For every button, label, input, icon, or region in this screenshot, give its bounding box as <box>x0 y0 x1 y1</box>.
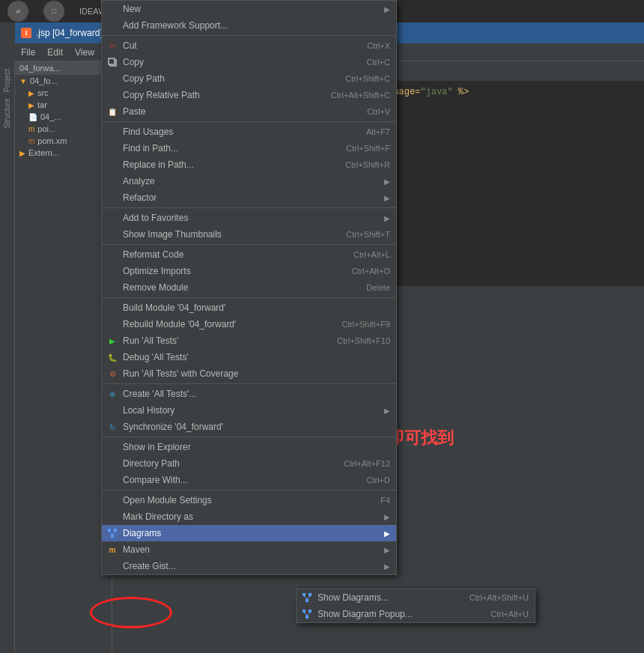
menu-item-run-tests[interactable]: ▶ Run 'All Tests' Ctrl+Shift+F10 <box>102 332 396 349</box>
code-text: "java" <box>420 87 452 97</box>
menu-item-module-settings-label: Open Module Settings <box>123 495 212 505</box>
menu-item-find-path-label: Find in Path... <box>123 143 178 154</box>
menu-item-synchronize[interactable]: ↻ Synchronize '04_forward' <box>102 419 396 435</box>
folder-icon: ▶ <box>28 101 34 109</box>
menu-item-copy-path[interactable]: Copy Path Ctrl+Shift+C <box>102 70 396 87</box>
menu-view[interactable]: View <box>75 47 94 58</box>
external-icon: □ <box>43 1 64 22</box>
menu-item-module-settings-shortcut: F4 <box>380 496 390 505</box>
menu-item-directory-path[interactable]: Directory Path Ctrl+Alt+F12 <box>102 455 396 472</box>
submenu-item-show-diagrams-label: Show Diagrams... <box>318 592 389 603</box>
menu-item-local-history[interactable]: Local History ▶ <box>102 402 396 419</box>
menu-item-cut-label: Cut <box>123 40 137 51</box>
diagrams-submenu: Show Diagrams... Ctrl+Alt+Shift+U Show D… <box>296 589 535 623</box>
menu-item-find-in-path[interactable]: Find in Path... Ctrl+Shift+F <box>102 140 396 157</box>
submenu-arrow-icon: ▶ <box>384 546 390 554</box>
submenu-arrow-icon: ▶ <box>384 214 390 222</box>
side-panel: Project Structure <box>0 61 15 653</box>
menu-item-thumbnails-shortcut: Ctrl+Shift+T <box>346 230 390 239</box>
menu-item-new[interactable]: New ▶ <box>102 1 396 17</box>
menu-item-diagrams-label: Diagrams <box>123 528 161 538</box>
project-header: 04_forwa... <box>15 61 112 75</box>
menu-item-cut[interactable]: ✂ Cut Ctrl+X <box>102 37 396 54</box>
coverage-icon: ⚙ <box>106 368 118 380</box>
menu-item-find-usages[interactable]: Find Usages Alt+F7 <box>102 124 396 140</box>
menu-item-create-tests[interactable]: ⊕ Create 'All Tests'... <box>102 386 396 402</box>
project-item[interactable]: ▶ tar <box>15 99 112 111</box>
project-item[interactable]: ▶ src <box>15 87 112 99</box>
scissors-icon: ✂ <box>106 40 118 52</box>
menu-item-find-usages-shortcut: Alt+F7 <box>366 127 390 136</box>
menu-item-copy-shortcut: Ctrl+C <box>367 58 390 67</box>
submenu-arrow-icon: ▶ <box>384 177 390 186</box>
menu-item-replace-path-shortcut: Ctrl+Shift+R <box>345 160 390 169</box>
menu-item-show-explorer[interactable]: Show in Explorer <box>102 439 396 455</box>
structure-label[interactable]: Structure <box>3 98 11 129</box>
submenu-arrow-icon: ▶ <box>384 529 390 538</box>
menu-item-compare-with[interactable]: Compare With... Ctrl+D <box>102 472 396 488</box>
diagram-popup-icon <box>301 608 313 620</box>
project-item[interactable]: ▼ 04_fo... <box>15 75 112 87</box>
project-item-label: 04_fo... <box>30 76 58 85</box>
menu-item-optimize-imports[interactable]: Optimize Imports Ctrl+Alt+O <box>102 263 396 279</box>
menu-item-analyze[interactable]: Analyze ▶ <box>102 173 396 189</box>
menu-item-thumbnails-label: Show Image Thumbnails <box>123 229 222 240</box>
menu-item-diagrams[interactable]: Diagrams ▶ <box>102 525 396 541</box>
svg-line-10 <box>304 596 307 599</box>
menu-item-run-coverage[interactable]: ⚙ Run 'All Tests' with Coverage <box>102 365 396 382</box>
menu-item-remove-module-shortcut: Delete <box>366 283 390 292</box>
menu-file[interactable]: File <box>21 47 35 58</box>
menu-item-copy[interactable]: Copy Ctrl+C <box>102 54 396 70</box>
menu-item-maven[interactable]: m Maven ▶ <box>102 541 396 558</box>
svg-line-6 <box>112 532 115 535</box>
menu-item-find-path-shortcut: Ctrl+Shift+F <box>346 144 390 153</box>
menu-item-copy-relative-path[interactable]: Copy Relative Path Ctrl+Alt+Shift+C <box>102 87 396 103</box>
menu-item-add-framework-label: Add Framework Support... <box>123 20 228 31</box>
menu-item-analyze-label: Analyze <box>123 176 155 186</box>
sync-icon: ↻ <box>106 421 118 433</box>
menu-item-debug-tests[interactable]: 🐛 Debug 'All Tests' <box>102 349 396 365</box>
project-item-label: poi... <box>37 124 55 133</box>
project-item[interactable]: m poi... <box>15 123 112 135</box>
svg-rect-4 <box>111 535 114 538</box>
menu-item-open-module-settings[interactable]: Open Module Settings F4 <box>102 492 396 508</box>
submenu-item-show-popup[interactable]: Show Diagram Popup... Ctrl+Alt+U <box>297 606 535 622</box>
menu-item-build-module[interactable]: Build Module '04_forward' <box>102 300 396 316</box>
menu-item-rebuild-label: Rebuild Module '04_forward' <box>123 319 236 329</box>
submenu-arrow-icon: ▶ <box>384 562 390 571</box>
menu-item-paste-label: Paste <box>123 106 146 117</box>
menu-item-reformat-shortcut: Ctrl+Alt+L <box>353 250 390 259</box>
menu-edit[interactable]: Edit <box>47 47 63 58</box>
menu-separator <box>102 244 396 245</box>
menu-item-refactor[interactable]: Refactor ▶ <box>102 189 396 206</box>
folder-icon: ▶ <box>28 89 34 97</box>
create-icon: ⊕ <box>106 388 118 400</box>
menu-item-replace-in-path[interactable]: Replace in Path... Ctrl+Shift+R <box>102 157 396 173</box>
menu-item-reformat[interactable]: Reformat Code Ctrl+Alt+L <box>102 246 396 263</box>
menu-item-replace-path-label: Replace in Path... <box>123 160 194 170</box>
menu-separator <box>102 35 396 36</box>
code-text: %> <box>453 87 470 97</box>
menu-item-show-thumbnails[interactable]: Show Image Thumbnails Ctrl+Shift+T <box>102 226 396 243</box>
project-label[interactable]: Project <box>3 69 11 92</box>
menu-item-maven-label: Maven <box>123 544 150 555</box>
menu-item-debug-label: Debug 'All Tests' <box>123 352 189 362</box>
menu-item-history-label: Local History <box>123 405 174 416</box>
menu-item-mark-directory[interactable]: Mark Directory as ▶ <box>102 508 396 525</box>
menu-item-paste[interactable]: 📋 Paste Ctrl+V <box>102 103 396 120</box>
project-item[interactable]: 📄 04_... <box>15 111 112 123</box>
menu-item-build-label: Build Module '04_forward' <box>123 303 225 313</box>
project-item[interactable]: m pom.xm <box>15 135 112 147</box>
menu-item-rebuild-module[interactable]: Rebuild Module '04_forward' Ctrl+Shift+F… <box>102 316 396 332</box>
submenu-item-show-diagrams[interactable]: Show Diagrams... Ctrl+Alt+Shift+U <box>297 589 535 606</box>
menu-item-add-framework[interactable]: Add Framework Support... <box>102 17 396 34</box>
svg-rect-7 <box>303 593 306 596</box>
project-item[interactable]: ▶ Extern... <box>15 147 112 159</box>
copy-icon <box>106 56 118 68</box>
menu-item-remove-module[interactable]: Remove Module Delete <box>102 279 396 296</box>
menu-item-optimize-label: Optimize Imports <box>123 266 191 276</box>
submenu-arrow-icon: ▶ <box>384 194 390 202</box>
menu-item-create-gist[interactable]: Create Gist... ▶ <box>102 558 396 574</box>
menu-item-add-favorites[interactable]: Add to Favorites ▶ <box>102 210 396 226</box>
submenu-arrow-icon: ▶ <box>384 407 390 415</box>
